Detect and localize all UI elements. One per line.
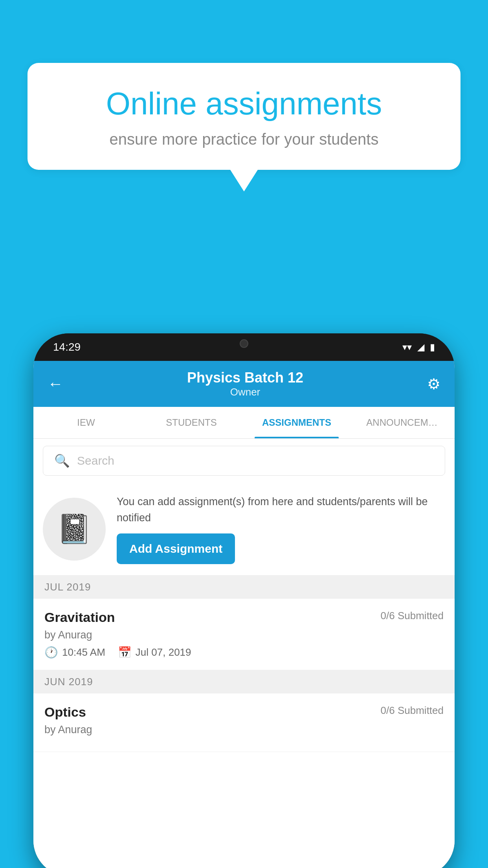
clock-icon: 🕐 bbox=[44, 646, 58, 659]
bubble-title: Online assignments bbox=[55, 86, 433, 121]
status-bar: 14:29 ▾▾ ◢ ▮ bbox=[33, 333, 455, 361]
notebook-icon: 📓 bbox=[57, 512, 92, 546]
screen-content: 🔍 Search 📓 You can add assignment(s) fro… bbox=[33, 439, 455, 868]
speech-bubble-tail bbox=[230, 170, 258, 191]
back-button[interactable]: ← bbox=[48, 375, 63, 393]
status-icons: ▾▾ ◢ ▮ bbox=[402, 342, 435, 353]
assignment-item-optics[interactable]: Optics 0/6 Submitted by Anurag bbox=[33, 693, 455, 752]
promo-icon-circle: 📓 bbox=[43, 498, 106, 561]
assignment-item-gravitation[interactable]: Gravitation 0/6 Submitted by Anurag 🕐 10… bbox=[33, 599, 455, 670]
assignment-submitted: 0/6 Submitted bbox=[381, 610, 444, 622]
notch bbox=[213, 333, 275, 354]
app-bar-subtitle: Owner bbox=[187, 386, 303, 398]
assignment-date: 📅 Jul 07, 2019 bbox=[118, 646, 191, 659]
battery-icon: ▮ bbox=[430, 342, 435, 353]
camera-dot bbox=[240, 339, 248, 348]
assignment-header: Gravitation 0/6 Submitted bbox=[44, 610, 444, 625]
month-divider-jun: JUN 2019 bbox=[33, 670, 455, 693]
tab-students[interactable]: STUDENTS bbox=[139, 407, 244, 438]
promo-description: You can add assignment(s) from here and … bbox=[117, 494, 445, 526]
search-placeholder: Search bbox=[77, 454, 114, 467]
assignment-by: by Anurag bbox=[44, 629, 444, 641]
calendar-icon: 📅 bbox=[118, 646, 132, 659]
search-icon: 🔍 bbox=[54, 453, 70, 468]
assignment-title: Gravitation bbox=[44, 610, 115, 625]
tab-announcements[interactable]: ANNOUNCEM… bbox=[349, 407, 455, 438]
assignment-time-value: 10:45 AM bbox=[62, 646, 105, 658]
assignment-meta: 🕐 10:45 AM 📅 Jul 07, 2019 bbox=[44, 646, 444, 659]
promo-right: You can add assignment(s) from here and … bbox=[117, 494, 445, 564]
app-bar: ← Physics Batch 12 Owner ⚙ bbox=[33, 361, 455, 407]
signal-icon: ◢ bbox=[417, 342, 424, 353]
promo-block: 📓 You can add assignment(s) from here an… bbox=[33, 483, 455, 576]
app-bar-center: Physics Batch 12 Owner bbox=[187, 370, 303, 398]
status-time: 14:29 bbox=[53, 341, 81, 353]
app-bar-title: Physics Batch 12 bbox=[187, 370, 303, 386]
assignment-submitted-optics: 0/6 Submitted bbox=[381, 704, 444, 717]
add-assignment-button[interactable]: Add Assignment bbox=[117, 533, 235, 564]
assignment-date-value: Jul 07, 2019 bbox=[136, 646, 191, 658]
tab-iew[interactable]: IEW bbox=[33, 407, 139, 438]
tab-assignments[interactable]: ASSIGNMENTS bbox=[244, 407, 349, 438]
search-bar-wrapper: 🔍 Search bbox=[33, 439, 455, 483]
phone-frame: 14:29 ▾▾ ◢ ▮ ← Physics Batch 12 Owner ⚙ … bbox=[33, 333, 455, 868]
speech-bubble-wrapper: Online assignments ensure more practice … bbox=[28, 63, 460, 191]
assignment-time: 🕐 10:45 AM bbox=[44, 646, 105, 659]
search-bar[interactable]: 🔍 Search bbox=[43, 446, 445, 476]
settings-icon[interactable]: ⚙ bbox=[427, 375, 440, 393]
tabs-bar: IEW STUDENTS ASSIGNMENTS ANNOUNCEM… bbox=[33, 407, 455, 439]
speech-bubble: Online assignments ensure more practice … bbox=[28, 63, 460, 170]
wifi-icon: ▾▾ bbox=[402, 342, 412, 353]
assignment-title-optics: Optics bbox=[44, 704, 86, 720]
phone-screen: ← Physics Batch 12 Owner ⚙ IEW STUDENTS … bbox=[33, 361, 455, 868]
month-divider-jul: JUL 2019 bbox=[33, 576, 455, 599]
assignment-by-optics: by Anurag bbox=[44, 724, 444, 736]
bubble-subtitle: ensure more practice for your students bbox=[55, 131, 433, 148]
assignment-header-optics: Optics 0/6 Submitted bbox=[44, 704, 444, 720]
